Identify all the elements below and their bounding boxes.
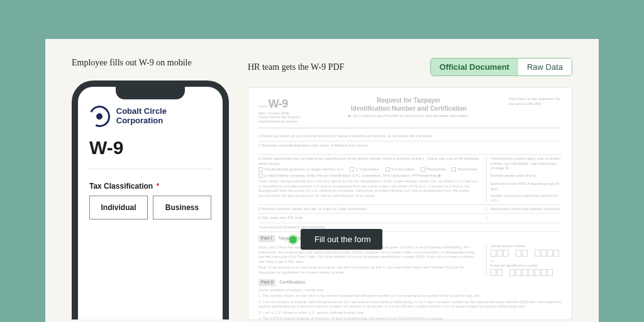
tax-classification-label: Tax Classification *	[89, 182, 211, 191]
employee-column: Employee fills out W-9 on mobile Cobalt …	[72, 58, 235, 322]
check-partnership: Partnership	[421, 167, 446, 172]
part2-label: Part II	[258, 279, 275, 286]
part1-body: Enter your TIN in the appropriate box. T…	[258, 245, 481, 264]
doc-title-2: Identification Number and Certification	[315, 105, 502, 113]
doc-form-label: Form	[258, 104, 267, 108]
doc-line-3-note: Note: Check the appropriate box in the l…	[258, 179, 481, 198]
doc-line-6: 6 City, state, and ZIP code	[258, 216, 481, 221]
content-panel: Employee fills out W-9 on mobile Cobalt …	[45, 39, 599, 322]
doc-line-4a: Exempt payee code (if any)	[491, 174, 562, 179]
part2-title: Certification	[279, 280, 305, 284]
form-title: W-9	[89, 137, 211, 169]
company-name: Cobalt Circle Corporation	[116, 107, 211, 126]
company-logo-icon	[86, 103, 113, 130]
w9-document-preview: Form W-9 (Rev. October 2018) Department …	[248, 87, 572, 320]
field-label-text: Tax Classification	[89, 182, 153, 191]
toggle-official-document[interactable]: Official Document	[431, 58, 518, 75]
cert-1: 1. The number shown on this form is my c…	[258, 294, 562, 299]
employee-heading: Employee fills out W-9 on mobile	[72, 58, 235, 68]
check-individual: Individual/sole proprietor or single-mem…	[258, 167, 343, 172]
doc-code: W-9	[269, 97, 288, 110]
doc-line-7: 7 List account number(s) here (optional)	[258, 223, 562, 233]
or-label: or	[491, 259, 562, 264]
ein-boxes	[491, 269, 562, 276]
cert-lead: Under penalties of perjury, I certify th…	[258, 288, 562, 293]
ein-label: Employer identification number	[491, 264, 562, 268]
doc-line-5: 5 Address (number, street, and apt. or s…	[258, 207, 481, 212]
part1-note: Note: If the account is in more than one…	[258, 265, 481, 275]
doc-requester: Requester's name and address (optional)	[486, 207, 562, 212]
ssn-boxes	[491, 250, 562, 257]
doc-line-1: 1 Name (as shown on your income tax retu…	[258, 132, 562, 142]
view-toggle: Official Document Raw Data	[430, 58, 572, 76]
check-scorp: S Corporation	[386, 167, 414, 172]
part1-label: Part I	[258, 235, 275, 242]
choice-individual[interactable]: Individual	[89, 196, 148, 219]
toggle-raw-data[interactable]: Raw Data	[518, 58, 572, 75]
doc-rev: (Rev. October 2018)	[258, 111, 309, 116]
doc-line-2: 2 Business name/disregarded entity name,…	[258, 142, 562, 155]
phone-notch	[116, 86, 185, 99]
brand-row: Cobalt Circle Corporation	[89, 106, 211, 127]
doc-title-1: Request for Taxpayer	[315, 97, 502, 105]
phone-mockup: Cobalt Circle Corporation W-9 Tax Classi…	[72, 80, 229, 319]
choice-business[interactable]: Business	[153, 196, 211, 219]
ssn-label: Social security number	[491, 244, 562, 248]
cert-2: 2. I am not subject to backup withholdin…	[258, 300, 562, 309]
doc-line-4-lead: 4 Exemptions (codes apply only to certai…	[491, 157, 562, 171]
hr-column: HR team gets the W-9 PDF Official Docume…	[248, 58, 572, 322]
doc-give-to: Give Form to the requester. Do not send …	[509, 97, 562, 124]
check-llc: Limited liability company. Enter the tax…	[258, 174, 441, 179]
doc-line-3-lead: 3 Check appropriate box for federal tax …	[258, 157, 481, 166]
doc-line-4b: Exemption from FATCA reporting code (if …	[491, 182, 562, 191]
check-trust: Trust/estate	[452, 167, 477, 172]
doc-goto: ▶ Go to www.irs.gov/FormW9 for instructi…	[315, 114, 502, 119]
doc-line-4-note: (Applies to accounts maintained outside …	[491, 194, 562, 203]
tax-classification-choices: Individual Business	[89, 196, 211, 219]
part1-title: Taxpayer Identification Number (TIN)	[278, 236, 355, 240]
hr-heading: HR team gets the W-9 PDF	[248, 62, 344, 72]
doc-dept: Department of the Treasury Internal Reve…	[258, 115, 309, 124]
check-ccorp: C Corporation	[350, 167, 379, 172]
cert-3: 3. I am a U.S. citizen or other U.S. per…	[258, 311, 562, 316]
cert-4: 4. The FATCA code(s) entered on this for…	[258, 316, 562, 320]
required-mark: *	[157, 182, 160, 191]
